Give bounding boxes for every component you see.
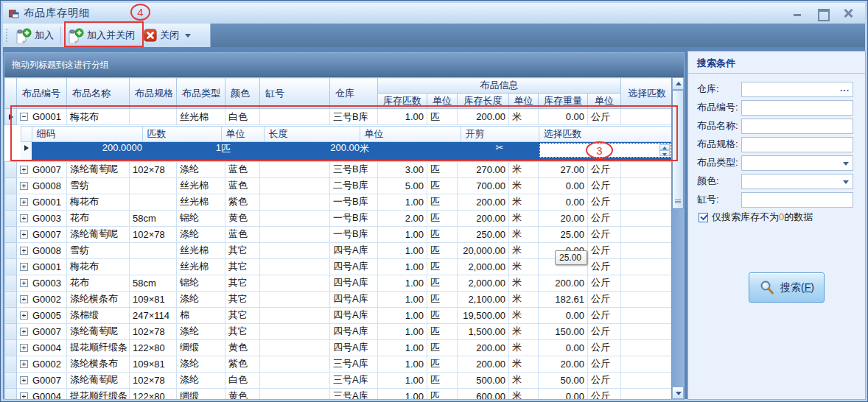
table-row[interactable]: G0003花布58cm锦纶黄色一号B库2.00匹200.00米20.00公斤 [5, 210, 673, 226]
cell-vat[interactable] [260, 194, 330, 210]
cell-vat[interactable] [260, 258, 330, 275]
cell-name[interactable]: 提花顺纤缎条 [67, 388, 130, 400]
cell-warehouse[interactable]: 四号A库 [330, 339, 378, 356]
cell-id[interactable]: G0007 [17, 226, 67, 242]
cell-name[interactable]: 涤棉缎 [67, 307, 130, 323]
cell-name[interactable]: 涤纶葡萄呢 [67, 226, 130, 242]
cell-spec[interactable]: 58cm [130, 275, 177, 291]
cell-stock-weight[interactable]: 0.00 [539, 388, 588, 400]
cell-color[interactable]: 白色 [225, 109, 260, 125]
fabric-code-input[interactable] [741, 100, 853, 116]
cell-stock-qty[interactable]: 1.00 [378, 226, 427, 242]
cell-warehouse[interactable]: 一号B库 [330, 194, 378, 210]
cell-stock-qty[interactable]: 2.00 [378, 210, 427, 226]
cell-spec[interactable]: 122×80 [130, 388, 177, 400]
table-row[interactable]: G0001梅花布丝光棉紫色一号B库1.00匹200.00米0.00公斤 [5, 194, 673, 210]
chevron-down-icon[interactable] [843, 180, 849, 184]
cell-stock-qty[interactable]: 1.00 [378, 258, 427, 275]
detail-cell-pieces[interactable]: 1 [142, 142, 221, 160]
cell-vat[interactable] [260, 242, 330, 258]
column-header-warehouse[interactable]: 仓库 [330, 78, 378, 109]
cell-color[interactable]: 白色 [225, 372, 260, 388]
cell-color[interactable]: 黄色 [225, 210, 260, 226]
cell-unit2[interactable]: 米 [509, 291, 539, 307]
expand-icon[interactable] [20, 182, 28, 190]
expand-icon[interactable] [20, 376, 28, 384]
column-header-select-qty[interactable]: 选择匹数 [621, 78, 673, 109]
cell-vat[interactable] [260, 307, 330, 323]
table-row[interactable]: G0001梅花布丝光棉白色三号B库1.00匹200.00米0.00公斤 [5, 109, 673, 125]
cell-name[interactable]: 雪纺 [67, 242, 130, 258]
cell-name[interactable]: 花布 [67, 275, 130, 291]
close-button[interactable]: 关闭 [139, 25, 183, 46]
cell-spec[interactable]: 102×78 [130, 323, 177, 339]
cell-stock-length[interactable]: 2,000.00 [458, 258, 509, 275]
cell-stock-length[interactable]: 270.00 [458, 161, 509, 177]
cell-unit3[interactable]: 公斤 [588, 323, 621, 339]
table-row[interactable]: G0004提花顺纤缎条122×80绸缎黄色三号A库1.00匹600.00米0.0… [5, 388, 673, 400]
cell-name[interactable]: 涤纶葡萄呢 [67, 372, 130, 388]
add-button[interactable]: 加入 [11, 25, 58, 46]
row-indicator[interactable] [5, 161, 17, 177]
cell-vat[interactable] [260, 372, 330, 388]
cell-id[interactable]: G0007 [17, 161, 67, 177]
fabric-name-input[interactable] [741, 119, 853, 134]
cell-unit2[interactable]: 米 [509, 307, 539, 323]
cell-stock-length[interactable]: 200.00 [458, 210, 509, 226]
cell-unit1[interactable]: 匹 [427, 275, 458, 291]
cell-select-qty[interactable] [621, 291, 673, 307]
nonzero-stock-checkbox[interactable] [699, 213, 708, 222]
cell-stock-qty[interactable]: 1.00 [378, 307, 427, 323]
cell-name[interactable]: 梅花布 [67, 194, 130, 210]
cell-id[interactable]: G0001 [17, 258, 67, 275]
cell-color[interactable]: 其它 [225, 307, 260, 323]
cell-spec[interactable]: 122×80 [130, 339, 177, 356]
cell-warehouse[interactable]: 三号A库 [330, 372, 378, 388]
cell-vat[interactable] [260, 291, 330, 307]
cell-stock-length[interactable]: 19,500.00 [458, 307, 509, 323]
cell-select-qty[interactable] [621, 356, 673, 372]
cell-color[interactable]: 其它 [225, 242, 260, 258]
spin-down-icon[interactable] [659, 150, 670, 156]
chevron-down-icon[interactable] [843, 162, 849, 166]
cell-select-qty[interactable] [621, 242, 673, 258]
detail-cell-code[interactable]: 200.0000 [32, 142, 142, 160]
expand-icon[interactable] [20, 344, 28, 352]
cell-select-qty[interactable] [621, 210, 673, 226]
cell-id[interactable]: G0004 [17, 339, 67, 356]
column-header-stock-weight[interactable]: 库存重量 [539, 94, 588, 109]
detail-header-code[interactable]: 细码 [32, 127, 142, 142]
expand-icon[interactable] [20, 392, 28, 401]
scissors-icon[interactable]: ✂ [461, 142, 539, 160]
row-indicator[interactable] [5, 388, 17, 400]
cell-warehouse[interactable]: 三号A库 [330, 388, 378, 400]
column-group-info[interactable]: 布品信息 [378, 78, 621, 94]
cell-unit1[interactable]: 匹 [427, 242, 458, 258]
cell-select-qty[interactable] [621, 194, 673, 210]
column-header-stock-length[interactable]: 库存长度 [458, 94, 509, 109]
cell-unit3[interactable]: 公斤 [588, 275, 621, 291]
cell-warehouse[interactable]: 一号B库 [330, 226, 378, 242]
cell-unit1[interactable]: 匹 [427, 258, 458, 275]
detail-header-pieces[interactable]: 匹数 [142, 127, 221, 142]
cell-unit1[interactable]: 匹 [427, 194, 458, 210]
cell-type[interactable]: 锦纶 [177, 210, 225, 226]
cell-unit1[interactable]: 匹 [427, 226, 458, 242]
cell-vat[interactable] [260, 388, 330, 400]
cell-unit3[interactable]: 公斤 [588, 109, 621, 125]
cell-name[interactable]: 涤纶横条布 [67, 291, 130, 307]
cell-spec[interactable]: 58cm [130, 210, 177, 226]
cell-type[interactable]: 丝光棉 [177, 258, 225, 275]
cell-id[interactable]: G0004 [17, 388, 67, 400]
cell-unit3[interactable]: 公斤 [588, 372, 621, 388]
column-header-vat[interactable]: 缸号 [260, 78, 330, 109]
cell-vat[interactable] [260, 339, 330, 356]
expand-icon[interactable] [20, 360, 28, 368]
cell-stock-length[interactable]: 200.00 [458, 356, 509, 372]
cell-type[interactable]: 涤纶 [177, 323, 225, 339]
cell-warehouse[interactable]: 四号A库 [330, 275, 378, 291]
cell-warehouse[interactable]: 三号B库 [330, 161, 378, 177]
cell-stock-qty[interactable]: 1.00 [378, 275, 427, 291]
cell-warehouse[interactable]: 一号B库 [330, 210, 378, 226]
row-indicator[interactable] [5, 258, 17, 275]
